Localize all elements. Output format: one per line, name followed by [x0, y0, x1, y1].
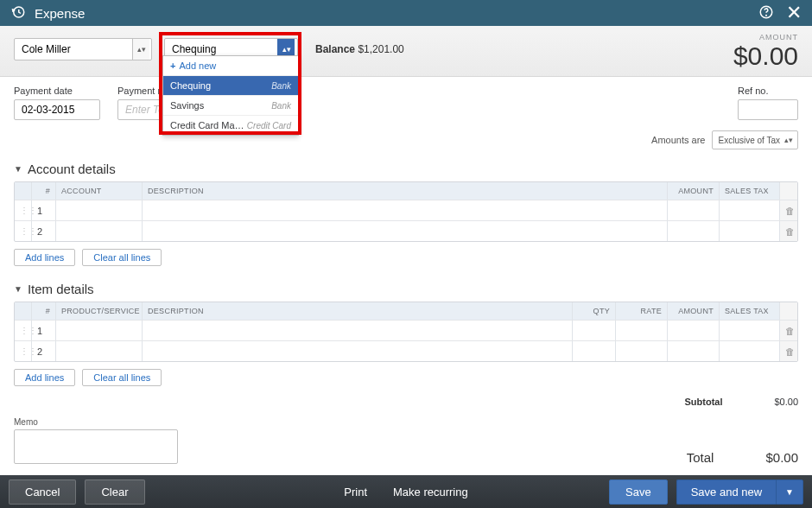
account-details-table: # ACCOUNT DESCRIPTION AMOUNT SALES TAX ⋮…: [14, 181, 798, 242]
trash-icon[interactable]: 🗑: [785, 326, 795, 336]
dropdown-option-credit-card[interactable]: Credit Card Mastercard (449) Credit Card: [163, 116, 298, 135]
table-row[interactable]: ⋮⋮ 1 🗑: [15, 320, 797, 340]
footer-bar: Cancel Clear Print Make recurring Save S…: [0, 475, 812, 508]
payment-date-input[interactable]: [14, 99, 100, 120]
payee-select-toggle[interactable]: ▴▾: [132, 39, 149, 60]
col-description: DESCRIPTION: [143, 302, 573, 320]
col-amount: AMOUNT: [668, 302, 720, 320]
payee-select[interactable]: ▴▾: [14, 38, 152, 60]
caret-down-icon: ▼: [14, 284, 22, 294]
tax-row: Amounts are Exclusive of Tax ▴▾: [0, 124, 812, 153]
print-link[interactable]: Print: [344, 486, 367, 498]
total-value: $0.00: [765, 450, 798, 465]
trash-icon[interactable]: 🗑: [785, 226, 795, 237]
payment-date-label: Payment date: [14, 86, 100, 96]
col-sales-tax: SALES TAX: [720, 302, 780, 320]
svg-point-2: [766, 15, 767, 16]
tax-select[interactable]: Exclusive of Tax ▴▾: [712, 130, 798, 149]
save-and-new-button[interactable]: Save and new: [676, 479, 776, 505]
caret-down-icon: ▼: [14, 164, 22, 174]
add-lines-button[interactable]: Add lines: [14, 369, 75, 386]
close-icon[interactable]: ✕: [786, 3, 802, 22]
col-account: ACCOUNT: [56, 182, 143, 200]
amount-caption: AMOUNT: [733, 33, 798, 41]
total-label: Total: [687, 450, 714, 465]
balance-label: Balance $1,201.00: [315, 43, 404, 55]
subtotal-row: Subtotal $0.00: [0, 393, 812, 410]
fields-row: Payment date Payment method Ref no.: [0, 77, 812, 124]
clear-button[interactable]: Clear: [85, 479, 144, 505]
ref-no-label: Ref no.: [738, 86, 798, 96]
payee-input[interactable]: [15, 39, 132, 60]
table-row[interactable]: ⋮⋮ 1 🗑: [15, 200, 797, 220]
amount-display: AMOUNT $0.00: [733, 33, 798, 71]
table-row[interactable]: ⋮⋮ 2 🗑: [15, 340, 797, 361]
dropdown-add-new[interactable]: +Add new: [163, 56, 298, 76]
table-row[interactable]: ⋮⋮ 2 🗑: [15, 220, 797, 241]
memo-label: Memo: [14, 417, 798, 427]
save-button[interactable]: Save: [609, 479, 668, 505]
dropdown-option-chequing[interactable]: Chequing Bank: [163, 76, 298, 96]
titlebar: Expense ✕: [0, 0, 812, 26]
col-sales-tax: SALES TAX: [720, 182, 780, 200]
clear-all-lines-button[interactable]: Clear all lines: [82, 249, 162, 266]
add-lines-button[interactable]: Add lines: [14, 249, 75, 266]
dropdown-option-savings[interactable]: Savings Bank: [163, 96, 298, 116]
col-qty: QTY: [573, 302, 616, 320]
col-product: PRODUCT/SERVICE: [56, 302, 143, 320]
ref-no-input[interactable]: [738, 99, 798, 120]
clear-all-lines-button[interactable]: Clear all lines: [82, 369, 162, 386]
col-num: #: [32, 302, 56, 320]
amount-value: $0.00: [733, 41, 798, 71]
plus-icon: +: [170, 60, 175, 71]
trash-icon[interactable]: 🗑: [785, 346, 795, 357]
page-title: Expense: [35, 6, 85, 21]
col-rate: RATE: [616, 302, 668, 320]
subtotal-label: Subtotal: [684, 397, 722, 407]
item-details-table: # PRODUCT/SERVICE DESCRIPTION QTY RATE A…: [14, 302, 798, 362]
memo-textarea[interactable]: [14, 429, 178, 464]
col-amount: AMOUNT: [668, 182, 720, 200]
cancel-button[interactable]: Cancel: [9, 479, 76, 505]
make-recurring-link[interactable]: Make recurring: [393, 486, 468, 498]
header-row: ▴▾ ▴▾ Balance $1,201.00 AMOUNT $0.00: [0, 26, 812, 77]
account-dropdown: +Add new Chequing Bank Savings Bank Cred…: [162, 55, 299, 136]
account-details-header[interactable]: ▼ Account details: [0, 153, 812, 181]
total-row: Total $0.00: [687, 450, 798, 465]
subtotal-value: $0.00: [774, 397, 798, 407]
trash-icon[interactable]: 🗑: [785, 206, 795, 216]
item-details-header[interactable]: ▼ Item details: [0, 273, 812, 302]
col-description: DESCRIPTION: [143, 182, 668, 200]
col-num: #: [32, 182, 56, 200]
history-icon[interactable]: [10, 4, 26, 22]
amounts-are-label: Amounts are: [651, 135, 705, 145]
save-dropdown-toggle[interactable]: ▼: [776, 479, 803, 505]
help-icon[interactable]: [758, 4, 774, 22]
